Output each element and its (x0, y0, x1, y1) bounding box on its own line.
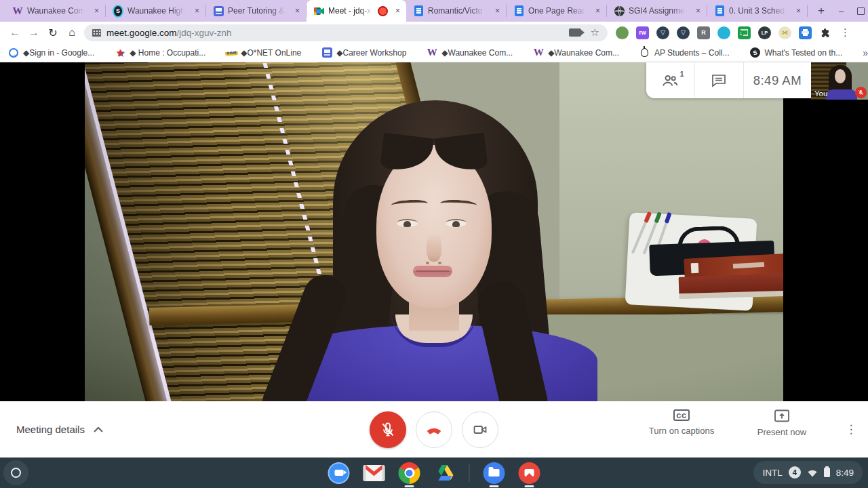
mute-microphone-button[interactable] (370, 411, 406, 448)
extensions-puzzle-icon[interactable] (819, 26, 832, 39)
close-tab-icon[interactable]: × (692, 5, 704, 17)
bookmark-label: ◆O*NET OnLine (241, 48, 301, 58)
restore-window-button[interactable] (857, 7, 865, 15)
reload-button[interactable]: ↻ (43, 23, 62, 42)
tab-romantic-victorian[interactable]: Romantic/Victo × (406, 0, 506, 22)
status-tray[interactable]: INTL 4 8:49 (753, 461, 863, 484)
chat-button[interactable] (695, 62, 743, 98)
close-tab-icon[interactable]: × (592, 5, 604, 17)
end-call-button[interactable] (416, 411, 452, 448)
docs-favicon (515, 5, 524, 16)
wifi-icon (807, 468, 818, 477)
meet-stage: 1 8:49 AM You (0, 62, 868, 401)
remote-video (85, 62, 783, 401)
site-info-icon[interactable] (92, 29, 101, 37)
cast-extension-icon[interactable] (738, 26, 751, 39)
arrow-circle-icon: → (9, 48, 18, 58)
bookmark-ap-students[interactable]: AP Students – Coll... (639, 47, 730, 58)
tab-waunakee-community[interactable]: W Waunakee Com × (5, 0, 105, 22)
launcher-icon (11, 468, 21, 478)
screen-capture-app-icon[interactable] (519, 462, 540, 484)
tab-title: Romantic/Victo (428, 6, 488, 16)
bookmark-label: What's Tested on th... (764, 48, 842, 58)
bookmark-home-occupations[interactable]: ★ ◆ Home : Occupati... (115, 47, 205, 58)
chat-icon (711, 73, 727, 88)
extension-yellow-icon[interactable]: ⋈ (778, 26, 791, 39)
self-view-mic-muted-icon (855, 87, 867, 98)
screenshot-glyph (525, 469, 534, 476)
bookmark-waunakee-2[interactable]: W ◆Waunakee Com... (533, 47, 619, 58)
address-bar[interactable]: meet.google.com/jdq-xguv-znh ☆ (84, 24, 608, 41)
present-now-button[interactable]: Present now (738, 409, 826, 437)
tab-title: One Page Read (528, 6, 588, 16)
extension-green-icon[interactable] (616, 26, 629, 39)
back-button[interactable]: ← (5, 23, 24, 42)
close-tab-icon[interactable]: × (793, 5, 804, 17)
extension-r-icon[interactable]: R (697, 26, 710, 39)
extension-cyan-icon[interactable] (717, 26, 730, 39)
self-view-face (835, 69, 846, 83)
home-button[interactable]: ⌂ (62, 23, 81, 42)
minimize-window-button[interactable]: – (839, 6, 844, 16)
globe-favicon (614, 6, 625, 16)
classroom-icon (322, 47, 332, 58)
docs-favicon (414, 5, 423, 16)
onet-icon: onet (225, 49, 238, 56)
shelf-app-dock (328, 458, 540, 488)
launcher-button[interactable] (3, 460, 28, 485)
camera-in-use-icon[interactable] (569, 28, 581, 37)
meet-more-options-button[interactable]: ⋮ (841, 419, 861, 439)
tab-waunakee-high[interactable]: S Waunakee High × (106, 0, 205, 22)
gmail-app-icon[interactable] (363, 465, 385, 481)
close-tab-icon[interactable]: × (91, 5, 102, 17)
bookmark-sign-in-google[interactable]: → ◆Sign in - Google... (8, 47, 94, 58)
close-tab-icon[interactable]: × (292, 5, 303, 17)
tab-meet-active[interactable]: Meet - jdq-x × (307, 0, 406, 22)
chrome-menu-icon[interactable]: ⋮ (836, 26, 854, 39)
extension-shield-icon[interactable]: ▽ (656, 26, 669, 39)
self-view-label: You (814, 89, 827, 98)
bookmark-onet-online[interactable]: onet ◆O*NET OnLine (226, 47, 301, 58)
extension-readwrite-icon[interactable]: rw (636, 26, 649, 39)
close-tab-icon[interactable]: × (191, 5, 203, 17)
tab-one-page-reading[interactable]: One Page Read × (507, 0, 606, 22)
bookmark-star-icon[interactable]: ☆ (591, 26, 599, 39)
restore-icon (857, 7, 865, 15)
meet-control-bar: Meeting details cc Turn on captions Pres… (0, 401, 868, 458)
wikipedia-w-icon: W (427, 47, 437, 58)
bookmark-waunakee-1[interactable]: W ◆Waunakee Com... (427, 47, 513, 58)
browser-toolbar: ← → ↻ ⌂ meet.google.com/jdq-xguv-znh ☆ r… (0, 22, 868, 43)
print-extension-icon[interactable] (799, 26, 812, 39)
dark-globe-icon (750, 47, 760, 58)
google-drive-app-icon[interactable] (434, 462, 456, 484)
chrome-app-icon[interactable] (399, 462, 420, 484)
extension-lp-icon[interactable]: LP (758, 26, 771, 39)
turn-on-captions-button[interactable]: cc Turn on captions (637, 409, 726, 436)
extension-shield-icon[interactable]: ▽ (677, 26, 690, 39)
bookmarks-overflow-chevron[interactable]: » (863, 47, 868, 58)
clock: 8:49 AM (744, 62, 811, 98)
battery-icon (824, 468, 830, 477)
meeting-details-button[interactable]: Meeting details (16, 401, 104, 458)
participants-button[interactable]: 1 (646, 62, 694, 98)
forward-button[interactable]: → (24, 23, 43, 42)
bookmark-whats-tested[interactable]: What's Tested on th... (749, 47, 842, 58)
tab-sgi4-assignment[interactable]: SGI4 Assignme × (607, 0, 707, 22)
close-tab-icon[interactable]: × (492, 5, 503, 17)
tab-peer-tutoring[interactable]: Peer Tutoring & × (206, 0, 306, 22)
close-tab-icon[interactable]: × (392, 5, 403, 17)
star-icon: ★ (115, 47, 125, 58)
files-app-icon[interactable] (484, 462, 505, 484)
new-tab-button[interactable]: + (812, 1, 831, 20)
self-view-thumbnail[interactable]: You (811, 62, 868, 100)
present-label: Present now (757, 427, 806, 437)
camera-toggle-button[interactable] (462, 411, 498, 448)
classroom-favicon (214, 6, 224, 16)
tab-unit3-schedule[interactable]: 0. Unit 3 Sched × (707, 0, 807, 22)
bookmark-career-workshop[interactable]: ◆Career Workshop (321, 47, 406, 58)
zoom-app-icon[interactable] (328, 462, 350, 484)
meet-top-bar: 1 8:49 AM (646, 62, 811, 98)
url-path: /jdq-xguv-znh (177, 28, 232, 38)
videocam-icon (472, 422, 488, 438)
bookmark-label: AP Students – Coll... (654, 48, 730, 58)
